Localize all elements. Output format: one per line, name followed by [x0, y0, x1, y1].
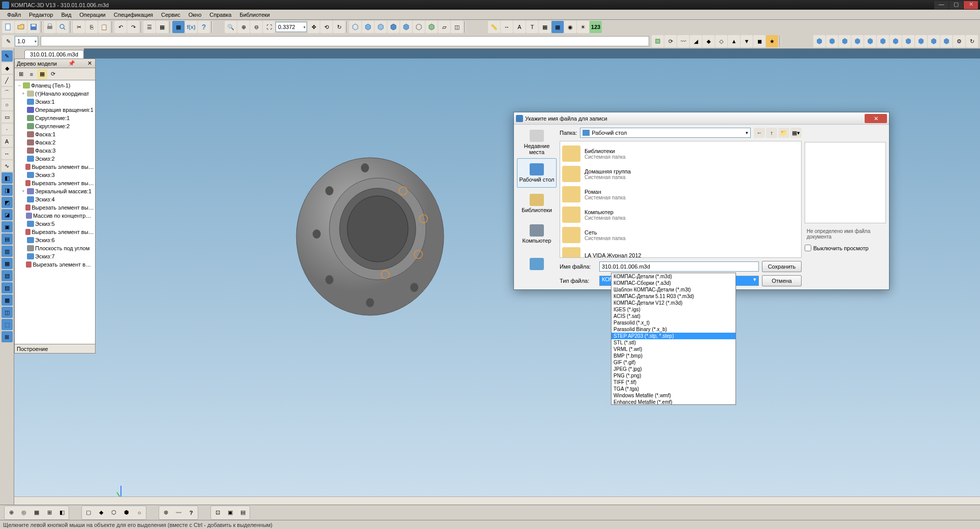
- nav-libraries[interactable]: Библиотеки: [517, 189, 557, 218]
- lt-op7[interactable]: ▥: [2, 246, 13, 257]
- lt-op9[interactable]: ▧: [2, 270, 13, 281]
- view-iso-button[interactable]: [349, 21, 361, 33]
- view-cube-1[interactable]: [362, 21, 374, 33]
- filetype-option[interactable]: Parasolid Binary (*.x_b): [611, 326, 736, 333]
- filetype-option[interactable]: JPEG (*.jpg): [611, 366, 736, 372]
- bt-1[interactable]: ⊕: [5, 507, 17, 519]
- filetype-option[interactable]: PNG (*.png): [611, 372, 736, 379]
- file-item[interactable]: Домашняя группаСистемная папка: [562, 164, 799, 184]
- lt-op4[interactable]: ◪: [2, 209, 13, 220]
- revolve-button[interactable]: ⟳: [664, 35, 677, 47]
- nav-up-icon[interactable]: ↑: [766, 128, 777, 138]
- bt-15[interactable]: ▣: [224, 507, 236, 519]
- bt-13[interactable]: ?: [185, 507, 197, 519]
- folder-combo[interactable]: Рабочий стол: [580, 128, 751, 138]
- redo-button[interactable]: ↷: [127, 21, 139, 33]
- manager-button[interactable]: ▦: [156, 21, 168, 33]
- color-button[interactable]: ▦: [552, 21, 564, 33]
- measure-button[interactable]: 📏: [488, 21, 500, 33]
- annotation-button[interactable]: A: [513, 21, 526, 33]
- zoom-window-button[interactable]: 🔍: [225, 21, 237, 33]
- zoom-in-button[interactable]: ⊕: [237, 21, 250, 33]
- bt-4[interactable]: ⊞: [43, 507, 55, 519]
- bt-14[interactable]: ⊡: [211, 507, 224, 519]
- filetype-option[interactable]: STL (*.stl): [611, 339, 736, 346]
- body-cube-1[interactable]: [813, 35, 825, 47]
- lt-op3[interactable]: ◩: [2, 197, 13, 208]
- file-item[interactable]: СетьСистемная папка: [562, 225, 799, 245]
- body-cube-5[interactable]: [864, 35, 876, 47]
- filetype-option[interactable]: VRML (*.wrl): [611, 346, 736, 352]
- bt-5[interactable]: ◧: [56, 507, 68, 519]
- filetype-option[interactable]: КОМПАС-Детали 5.11 R03 (*.m3d): [611, 293, 736, 300]
- save-button[interactable]: Сохранить: [762, 261, 802, 272]
- filetype-option[interactable]: ACIS (*.sat): [611, 313, 736, 319]
- file-item[interactable]: LA VIDA Журнал 2012: [562, 245, 799, 258]
- lt-op14[interactable]: ⊞: [2, 331, 13, 342]
- table-button[interactable]: ▦: [539, 21, 551, 33]
- body-cube-9[interactable]: [915, 35, 927, 47]
- window-tile-button[interactable]: ▦: [172, 21, 185, 33]
- file-list[interactable]: БиблиотекиСистемная папкаДомашняя группа…: [560, 141, 802, 258]
- body-cube-8[interactable]: [902, 35, 914, 47]
- zoom-fit-button[interactable]: ⛶: [263, 21, 275, 33]
- menu-service[interactable]: Сервис: [157, 11, 185, 19]
- menu-help[interactable]: Справка: [205, 11, 235, 19]
- minimize-button[interactable]: —: [934, 1, 948, 9]
- nav-computer[interactable]: Компьютер: [517, 219, 557, 249]
- bt-12[interactable]: 〰: [172, 507, 185, 519]
- filetype-option[interactable]: Parasolid (*.x_t): [611, 319, 736, 326]
- lt-edit[interactable]: ◆: [2, 63, 13, 74]
- lt-point[interactable]: ·: [2, 124, 13, 135]
- view-cube-4[interactable]: [400, 21, 412, 33]
- lt-sketch[interactable]: ✎: [2, 50, 13, 62]
- body-cube-10[interactable]: [928, 35, 940, 47]
- filename-input[interactable]: [599, 261, 759, 272]
- properties-button[interactable]: ☰: [143, 21, 156, 33]
- material-button[interactable]: ◉: [564, 21, 576, 33]
- body-cube-2[interactable]: [826, 35, 838, 47]
- preview-button[interactable]: [56, 21, 69, 33]
- cancel-button[interactable]: Отмена: [762, 275, 802, 286]
- save-button[interactable]: [27, 21, 40, 33]
- filetype-option[interactable]: IGES (*.igs): [611, 306, 736, 313]
- zoom-combo[interactable]: 0.3372: [275, 22, 307, 32]
- filetype-option[interactable]: TIFF (*.tif): [611, 379, 736, 386]
- loft-button[interactable]: ◢: [690, 35, 702, 47]
- body-cube-3[interactable]: [839, 35, 851, 47]
- filetype-option[interactable]: STEP AP203 (*.stp, *.step): [611, 333, 736, 339]
- lt-arc[interactable]: ⌒: [2, 87, 13, 98]
- perspective-button[interactable]: ▱: [438, 21, 450, 33]
- bt-16[interactable]: ▤: [237, 507, 249, 519]
- filetype-option[interactable]: КОМПАС-Детали (*.m3d): [611, 273, 736, 280]
- print-button[interactable]: [44, 21, 56, 33]
- bt-6[interactable]: ▢: [82, 507, 95, 519]
- text-button[interactable]: T: [526, 21, 538, 33]
- maximize-button[interactable]: ▢: [949, 1, 963, 9]
- lt-op1[interactable]: ◧: [2, 172, 13, 184]
- file-item[interactable]: БиблиотекиСистемная папка: [562, 143, 799, 164]
- disable-preview-checkbox[interactable]: [805, 245, 811, 251]
- close-button[interactable]: ✕: [964, 1, 978, 9]
- menu-view[interactable]: Вид: [57, 11, 75, 19]
- document-tab[interactable]: 310.01.01.006.m3d: [24, 50, 84, 58]
- dialog-titlebar[interactable]: Укажите имя файла для записи ✕: [514, 112, 889, 125]
- nav-newfolder-icon[interactable]: 📁: [778, 128, 789, 138]
- menu-file[interactable]: Файл: [3, 11, 25, 19]
- nav-network[interactable]: [517, 250, 557, 279]
- menu-window[interactable]: Окно: [185, 11, 206, 19]
- filetype-dropdown[interactable]: КОМПАС-Детали (*.m3d)КОМПАС-Сборки (*.a3…: [611, 273, 736, 405]
- filetype-option[interactable]: КОМПАС-Детали V12 (*.m3d): [611, 300, 736, 306]
- dialog-close-button[interactable]: ✕: [865, 114, 887, 123]
- filetype-option[interactable]: GIF (*.gif): [611, 359, 736, 366]
- lt-op6[interactable]: ▤: [2, 233, 13, 245]
- feature-button-6[interactable]: ★: [766, 35, 778, 47]
- refresh-button[interactable]: ↻: [966, 35, 978, 47]
- lt-rect[interactable]: ▭: [2, 111, 13, 123]
- zoom-out-button[interactable]: ⊖: [250, 21, 262, 33]
- lt-op5[interactable]: ▣: [2, 221, 13, 232]
- variables-button[interactable]: f(x): [185, 21, 197, 33]
- section-button[interactable]: ◫: [451, 21, 463, 33]
- menu-operations[interactable]: Операции: [75, 11, 109, 19]
- lt-circle[interactable]: ○: [2, 99, 13, 110]
